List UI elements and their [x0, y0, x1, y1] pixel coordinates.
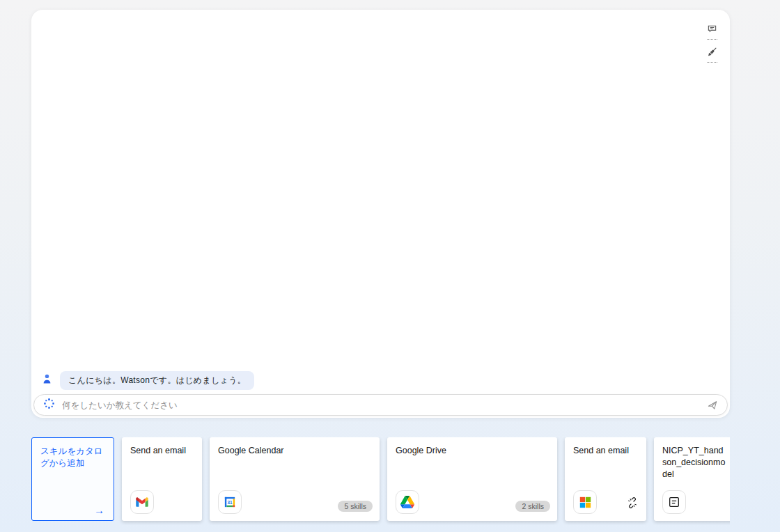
skill-card-title: Google Calendar [210, 437, 380, 457]
add-skills-label: スキルをカタログから追加 [32, 438, 114, 469]
skill-card-title: Send an email [122, 437, 202, 457]
microsoft-icon [573, 490, 597, 514]
restart-chat-button[interactable] [707, 24, 717, 40]
skills-count-badge: 2 skills [515, 501, 550, 512]
gmail-icon [130, 490, 154, 514]
skills-carousel: スキルをカタログから追加 → Send an email Google Cale… [31, 437, 730, 525]
skill-card-send-email-microsoft[interactable]: Send an email [565, 437, 646, 521]
skill-card-title: Google Drive [387, 437, 557, 457]
add-skills-from-catalog-card[interactable]: スキルをカタログから追加 → [31, 437, 114, 521]
unlink-icon [627, 497, 638, 508]
google-drive-icon [396, 490, 419, 514]
send-button[interactable] [707, 400, 718, 411]
skill-card-google-drive[interactable]: Google Drive 2 skills [387, 437, 557, 521]
document-icon [662, 490, 686, 514]
skill-card-send-email-gmail[interactable]: Send an email [122, 437, 202, 521]
broom-clear-icon [707, 47, 717, 60]
skills-count-badge: 5 skills [338, 501, 373, 512]
skill-card-title: Send an email [565, 437, 646, 457]
svg-text:31: 31 [227, 500, 233, 505]
chat-input-bar [33, 394, 728, 416]
chat-toolbar [707, 24, 717, 63]
skill-card-title: NICP_YT_handson_decisionmodel [654, 437, 730, 480]
clear-chat-button[interactable] [707, 47, 717, 63]
bot-message-bubble: こんにちは。Watsonです。はじめましょう。 [60, 371, 254, 390]
watsonx-sparkle-icon [43, 398, 55, 412]
chat-restart-icon [707, 24, 717, 37]
bot-message-row: こんにちは。Watsonです。はじめましょう。 [42, 371, 254, 390]
send-paper-plane-icon [707, 400, 718, 411]
watson-avatar [42, 373, 52, 388]
google-calendar-icon: 31 [218, 490, 242, 514]
arrow-right-icon: → [94, 504, 104, 516]
chat-panel: こんにちは。Watsonです。はじめましょう。 [31, 10, 730, 418]
chat-input[interactable] [62, 400, 700, 410]
skill-card-nicp-decisionmodel[interactable]: NICP_YT_handson_decisionmodel [654, 437, 730, 521]
skill-card-google-calendar[interactable]: Google Calendar 31 5 skills [210, 437, 380, 521]
